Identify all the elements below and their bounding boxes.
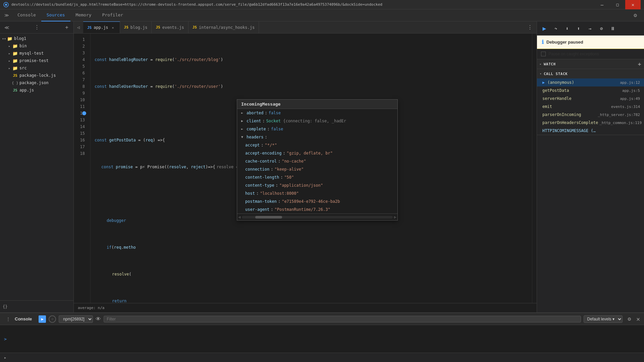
call-stack-fn-parseronincoming: parserOnIncoming [542,112,596,117]
call-stack-section-header[interactable]: ▾ Call Stack [537,69,644,78]
tree-item-bin[interactable]: ▸ 📁 bin [0,42,73,50]
tooltip-body[interactable]: ► aborted : false ▶ client : Socket {con… [237,109,397,214]
bottom-console: ⋮ Console ▶ ⊘ npm[26892] 👁 Default level… [0,312,644,353]
tree-label-pkglock: package-lock.js [19,73,56,78]
tooltip-title: IncomingMessage [237,100,397,109]
console-dots-button[interactable]: ⋮ [4,315,12,323]
sidebar-more-button[interactable]: ⋮ [33,23,41,32]
watch-section-header[interactable]: ▸ Watch + [537,59,644,69]
pause-exception-checkbox[interactable] [541,52,546,56]
console-prompt: > [4,337,7,342]
console-settings-button[interactable]: ⚙ [628,316,631,322]
tab-sources[interactable]: Sources [41,9,70,21]
tree-item-src[interactable]: ▸ 📁 src [0,64,73,72]
sidebar-collapse-button[interactable]: ≪ [3,23,11,32]
format-icon[interactable]: {} [3,304,7,309]
tooltip-row-headers[interactable]: ▼ headers : [237,133,397,141]
tooltip-scrollbar-x[interactable]: ◁ ▷ [237,214,397,220]
close-button[interactable]: ✕ [625,0,641,9]
tab-asynchooks[interactable]: JS internal/async_hooks.js [189,21,259,34]
console-input[interactable] [9,337,640,341]
console-levels-selector[interactable]: Default levels ▾ [584,315,623,323]
tab-console[interactable]: Console [12,9,41,21]
tooltip-scroll-right[interactable]: ▷ [394,215,396,219]
call-stack-item-anonymous[interactable]: ▶ (anonymous) app.js:12 [537,78,644,86]
debugger-content: ℹ Debugger paused Pause on caught except… [537,36,644,312]
tab-eventsjs[interactable]: JS events.js [152,21,188,34]
call-stack-item-emit[interactable]: emit events.js:314 [537,103,644,111]
tab-blogjs-label: blog.js [130,25,148,30]
tree-item-promise-test[interactable]: ▸ 📁 promise-test [0,57,73,64]
nav-collapse[interactable]: ≫ [3,11,11,19]
exec-context-selector[interactable]: npm[26892] [59,315,93,323]
call-stack-item-parseronheaders[interactable]: parserOnHeadersComplete _http_common.js:… [537,119,644,127]
settings-button[interactable]: ⚙ [631,11,640,20]
folder-icon-src: 📁 [12,65,18,71]
tooltip-key-aborted: aborted [247,110,264,116]
tooltip-row-complete[interactable]: ► complete : false [237,125,397,133]
call-stack-item-getpostdata[interactable]: getPostData app.js:5 [537,86,644,95]
call-stack-item-serverhandle[interactable]: serverHandle app.js:49 [537,95,644,103]
file-icon-pkglock: JS [12,72,18,78]
tab-blogjs-icon: JS [124,25,128,29]
tab-nav-more[interactable]: ⋮ [526,23,534,32]
tree-item-mysql-test[interactable]: ▸ 📁 mysql-test [0,50,73,57]
tab-bar: ◁ JS app.js ✕ JS blog.js JS events.js [74,21,537,34]
stop-button[interactable]: ⊘ [49,315,56,323]
tooltip-val-aborted: false [269,110,281,116]
tooltip-row-aborted[interactable]: ► aborted : false [237,109,397,117]
tab-blogjs[interactable]: JS blog.js [120,21,152,34]
watch-label: Watch [544,62,556,66]
step-out-button[interactable]: ⬆ [574,24,583,33]
tab-asynchooks-label: internal/async_hooks.js [199,25,255,30]
code-line-1: const handleBlogRouter = require('./src/… [91,56,532,63]
step-button[interactable]: → [585,24,595,33]
tree-item-package-json[interactable]: { } package.json [0,79,73,86]
tab-profiler[interactable]: Profiler [97,9,129,21]
tree-item-app-js[interactable]: JS app.js [0,86,73,94]
resume-button[interactable]: ▶ [540,24,549,33]
tooltip-row-client[interactable]: ▶ client : Socket {connecting: false, _h… [237,117,397,125]
tooltip-val-host: "localhost:8000" [260,190,299,196]
bottom-expand-bar[interactable]: ▸ [0,353,644,362]
tooltip-row-content-length: content-length : "50" [237,173,397,181]
call-stack-item-parseronincoming[interactable]: parserOnIncoming _http_server.js:782 [537,111,644,119]
sidebar-add-button[interactable]: + [63,23,71,32]
file-icon-pkgjson: { } [12,80,18,86]
deactivate-button[interactable]: ⊘ [597,24,606,33]
line-num-15: 15 [74,130,88,137]
tree-item-blog1[interactable]: ▾ 📁 blog1 [0,35,73,42]
tab-memory[interactable]: Memory [70,9,97,21]
maximize-button[interactable]: □ [610,0,625,9]
call-stack-current-arrow: ▶ [542,80,545,85]
call-stack-item-httpincoming[interactable]: HTTPINCOMINGMESSAGE (… [537,127,644,135]
tab-back-button[interactable]: ◁ [74,21,83,34]
tooltip-key-client: client [247,118,261,124]
tab-appjs[interactable]: JS app.js ✕ [83,21,120,34]
tooltip-row-accept: accept : "*/*" [237,141,397,149]
tab-appjs-close[interactable]: ✕ [110,25,116,30]
run-button[interactable]: ▶ [39,315,46,323]
watch-add-button[interactable]: + [638,61,641,67]
eye-button[interactable]: 👁 [96,316,101,322]
pause-banner: ℹ Debugger paused [537,36,644,49]
console-close-button[interactable]: ✕ [636,315,640,322]
tooltip-scroll-thumb[interactable] [255,216,282,219]
pause-exception-button[interactable]: ⏸ [608,24,618,33]
average-label: average: n/a [78,306,104,310]
tooltip-scroll-left[interactable]: ◁ [238,215,240,219]
step-into-button[interactable]: ⬇ [562,24,572,33]
expand-arrow: ▸ [4,355,6,360]
tooltip-expand-client: ▶ [241,118,246,124]
console-filter-input[interactable] [104,316,581,322]
code-line-9: resolve( [91,271,532,278]
tooltip-key-accept-encoding: accept-encoding [245,150,281,156]
line-num-12[interactable]: 12 [74,110,88,117]
line-num-9: 9 [74,90,88,97]
step-over-button[interactable]: ↷ [551,24,560,33]
tree-item-package-lock[interactable]: JS package-lock.js [0,72,73,79]
minimize-button[interactable]: — [594,0,610,9]
tooltip-row-cache-control: cache-control : "no-cache" [237,157,397,165]
debugger-controls: ▶ ↷ ⬇ ⬆ → ⊘ ⏸ [537,21,644,36]
editor-scrollbar[interactable] [532,34,537,303]
